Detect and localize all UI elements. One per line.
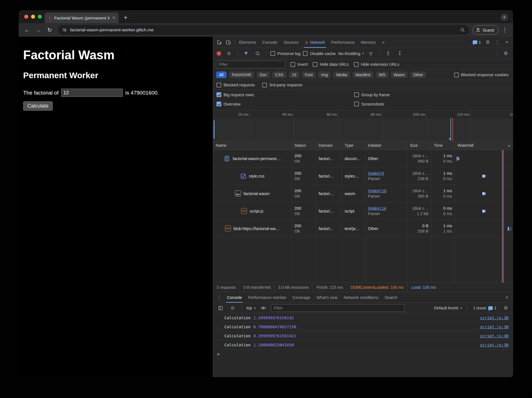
overview-checkbox[interactable]: Overview	[216, 102, 354, 106]
column-header-size[interactable]: Size	[407, 141, 431, 150]
export-har-icon[interactable]: ↧	[395, 49, 404, 58]
chip-doc[interactable]: Doc	[257, 71, 270, 78]
third-party-requests-checkbox[interactable]: 3rd-party requests	[262, 83, 303, 88]
source-link[interactable]: script.js:30	[480, 343, 509, 347]
forward-button[interactable]: →	[33, 25, 43, 35]
tab-search-button[interactable]: ▾	[501, 14, 508, 21]
device-toolbar-icon[interactable]	[224, 38, 233, 47]
network-request-row[interactable]: <> script.js 200OK factori… script (inde…	[213, 202, 513, 220]
console-settings-icon[interactable]: ⚙	[501, 303, 510, 312]
chip-ws[interactable]: WS	[376, 71, 389, 78]
screenshots-checkbox[interactable]: Screenshots	[354, 102, 510, 106]
drawer-tab-coverage[interactable]: Coverage	[290, 292, 314, 303]
minimize-window-button[interactable]	[31, 15, 35, 19]
calculate-button[interactable]: Calculate	[23, 101, 53, 111]
hide-extension-urls-checkbox[interactable]: Hide extension URLs	[354, 62, 399, 67]
drawer-menu-icon[interactable]: ⋮	[215, 293, 224, 302]
tab-close-icon[interactable]: ×	[112, 15, 116, 21]
network-request-row[interactable]: style.css 200OK factori… styles… (index)…	[213, 167, 513, 185]
console-sidebar-icon[interactable]	[216, 303, 225, 312]
source-link[interactable]: script.js:30	[480, 316, 509, 320]
column-header-domain[interactable]: Domain	[316, 141, 342, 150]
tab-console[interactable]: Console	[259, 37, 280, 48]
chip-js[interactable]: JS	[289, 71, 299, 78]
chip-font[interactable]: Font	[302, 71, 316, 78]
network-request-row[interactable]: factorial-wasm-permane… 200OK factori… d…	[213, 150, 513, 167]
blocked-requests-checkbox[interactable]: Blocked requests	[216, 83, 255, 88]
source-link[interactable]: script.js:30	[480, 334, 509, 338]
column-header-name[interactable]: Name	[213, 141, 292, 150]
initiator-link[interactable]: (index):14	[368, 206, 404, 211]
drawer-tab-network-conditions[interactable]: Network conditions	[341, 292, 382, 303]
tab-elements[interactable]: Elements	[236, 37, 259, 48]
blocked-response-cookies-checkbox[interactable]: Blocked response cookies	[454, 73, 510, 77]
drawer-tab-console[interactable]: Console	[224, 292, 245, 303]
factorial-input[interactable]	[61, 89, 123, 97]
chip-other[interactable]: Other	[410, 71, 426, 78]
console-message[interactable]: Calculation 1.399999976158142 script.js:…	[213, 313, 513, 322]
record-network-log-button[interactable]	[217, 52, 221, 55]
big-request-rows-checkbox[interactable]: Big request rows	[216, 92, 354, 97]
chip-wasm[interactable]: Wasm	[391, 71, 408, 78]
chip-manifest[interactable]: Manifest	[353, 71, 374, 78]
devtools-settings-icon[interactable]: ⚙	[483, 38, 492, 47]
more-tabs-icon[interactable]: »	[379, 38, 388, 47]
maximize-window-button[interactable]	[38, 15, 42, 19]
network-request-row[interactable]: <> blob:https://factorial-wa… 200OK fact…	[213, 220, 513, 237]
chip-fetch-xhr[interactable]: Fetch/XHR	[229, 71, 254, 78]
import-har-icon[interactable]: ↥	[384, 49, 393, 58]
network-filter-input[interactable]	[216, 61, 285, 68]
devtools-menu-icon[interactable]: ⋮	[493, 38, 502, 47]
drawer-tab-whats-new[interactable]: What's new	[313, 292, 341, 303]
tab-network[interactable]: ⚠ Network	[302, 37, 328, 48]
console-prompt[interactable]: >	[213, 349, 513, 357]
column-header-waterfall[interactable]: Waterfall ▲	[455, 141, 513, 150]
network-request-row[interactable]: WA factorial.wasm 200OK factori… wasm (i…	[213, 185, 513, 202]
issues-button[interactable]: 1	[471, 40, 483, 45]
clear-console-icon[interactable]: ⊘	[228, 303, 237, 312]
tab-memory[interactable]: Memory	[358, 37, 379, 48]
column-header-time[interactable]: Time	[431, 141, 455, 150]
drawer-tab-performance-monitor[interactable]: Performance monitor	[245, 292, 289, 303]
chip-all[interactable]: All	[216, 71, 227, 78]
filter-icon[interactable]	[242, 49, 251, 58]
browser-menu-button[interactable]: ⋮	[500, 25, 510, 35]
reload-button[interactable]: ↻	[45, 25, 55, 35]
profile-button[interactable]: Guest	[472, 25, 498, 35]
column-header-status[interactable]: Status	[292, 141, 316, 150]
zoom-icon[interactable]	[460, 27, 465, 32]
source-link[interactable]: script.js:30	[480, 325, 509, 329]
chip-css[interactable]: CSS	[272, 71, 286, 78]
tab-sources[interactable]: Sources	[281, 37, 302, 48]
network-overview-timeline[interactable]: 20 ms 40 ms 60 ms 80 ms 100 ms 120 ms 14	[213, 111, 513, 141]
console-message[interactable]: Calculation 0.7000000476837158 script.js…	[213, 322, 513, 331]
console-message[interactable]: Calculation 1.100000023841858 script.js:…	[213, 340, 513, 349]
initiator-link[interactable]: (index):5	[368, 171, 404, 176]
disable-cache-checkbox[interactable]: Disable cache	[303, 51, 336, 56]
tab-performance[interactable]: Performance	[328, 37, 358, 48]
column-header-initiator[interactable]: Initiator	[365, 141, 407, 150]
new-tab-button[interactable]: +	[121, 13, 130, 22]
drawer-tab-search[interactable]: Search	[381, 292, 400, 303]
preserve-log-checkbox[interactable]: Preserve log	[270, 51, 300, 56]
hide-data-urls-checkbox[interactable]: Hide data URLs	[313, 62, 349, 67]
search-network-icon[interactable]	[253, 49, 262, 58]
log-levels-select[interactable]: Default levels ▾	[434, 306, 462, 310]
throttling-select[interactable]: No throttling ▾	[338, 51, 364, 56]
invert-checkbox[interactable]: Invert	[290, 62, 308, 67]
site-settings-icon[interactable]	[62, 27, 67, 32]
console-context-select[interactable]: top ▾	[246, 306, 256, 310]
chip-img[interactable]: Img	[318, 71, 331, 78]
column-header-type[interactable]: Type	[342, 141, 365, 150]
drawer-close-icon[interactable]: ×	[502, 293, 511, 302]
network-conditions-icon[interactable]	[366, 49, 375, 58]
chip-media[interactable]: Media	[333, 71, 350, 78]
back-button[interactable]: ←	[22, 25, 32, 35]
network-settings-icon[interactable]: ⚙	[501, 49, 510, 58]
close-window-button[interactable]	[24, 15, 28, 19]
create-live-expression-icon[interactable]	[259, 303, 268, 312]
group-by-frame-checkbox[interactable]: Group by frame	[354, 92, 510, 97]
clear-network-log-icon[interactable]: ⊘	[224, 49, 233, 58]
initiator-link[interactable]: (index):10	[368, 189, 404, 193]
console-issues-button[interactable]: 1 Issue: 1	[471, 305, 498, 310]
